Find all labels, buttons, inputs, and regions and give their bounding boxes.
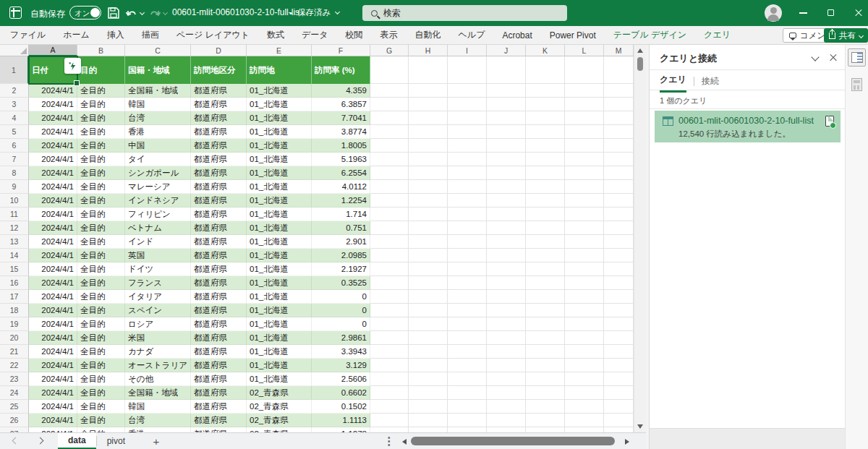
cell[interactable]: 都道府県 [191,345,247,359]
column-header-K[interactable]: K [526,45,565,56]
cell[interactable]: 全目的 [77,180,125,194]
empty-cell[interactable] [409,276,448,290]
redo-dropdown-icon[interactable] [163,10,168,15]
empty-cell[interactable] [604,262,634,276]
saved-status-dropdown-icon[interactable] [335,9,340,14]
cell[interactable]: 2.901 [312,235,370,249]
save-icon[interactable] [106,6,121,20]
ribbon-tab-3[interactable]: 描画 [133,29,168,41]
empty-cell[interactable] [448,125,487,139]
empty-cell[interactable] [487,98,526,111]
empty-cell[interactable] [526,139,565,153]
cell[interactable]: 01_北海道 [247,208,312,221]
empty-cell[interactable] [370,359,409,372]
empty-cell[interactable] [409,249,448,262]
cell[interactable]: 0.3525 [312,276,370,290]
share-button[interactable]: 共有 [824,28,868,43]
row-header-4[interactable]: 4 [0,111,29,125]
cell[interactable]: 全目的 [77,290,125,304]
cell[interactable]: 2024/4/1 [29,208,77,221]
empty-cell[interactable] [370,221,409,235]
prev-sheet-icon[interactable] [12,437,20,445]
cell[interactable]: 全目的 [77,139,125,153]
cell[interactable]: 01_北海道 [247,125,312,139]
cell[interactable]: 3.3943 [312,345,370,359]
pane-collapse-icon[interactable] [811,53,819,61]
cell[interactable]: 01_北海道 [247,221,312,235]
ribbon-tab-4[interactable]: ページ レイアウト [168,29,258,41]
pane-layout-icon[interactable] [848,48,866,67]
empty-cell[interactable] [487,208,526,221]
ribbon-tab-5[interactable]: 数式 [258,29,293,41]
empty-cell[interactable] [565,221,604,235]
cell[interactable]: 1.714 [312,208,370,221]
empty-cell[interactable] [604,125,634,139]
empty-cell[interactable] [370,400,409,414]
cell[interactable]: 全目的 [77,400,125,414]
empty-cell[interactable] [370,290,409,304]
empty-cell[interactable] [409,331,448,345]
cell[interactable]: 訪問地区分 [191,56,247,84]
account-avatar[interactable] [765,4,782,22]
row-header-23[interactable]: 23 [0,372,29,386]
empty-cell[interactable] [604,166,634,180]
empty-cell[interactable] [487,139,526,153]
column-header-L[interactable]: L [565,45,604,56]
empty-cell[interactable] [409,386,448,400]
row-header-24[interactable]: 24 [0,386,29,400]
empty-cell[interactable] [487,290,526,304]
column-header-I[interactable]: I [448,45,487,56]
scrollbar-drag-handle[interactable]: ••• [388,436,391,447]
empty-cell[interactable] [565,180,604,194]
cell[interactable]: 都道府県 [191,153,247,166]
empty-cell[interactable] [370,125,409,139]
empty-cell[interactable] [526,386,565,400]
empty-cell[interactable] [565,414,604,427]
cell[interactable]: 02_青森県 [247,386,312,400]
cell[interactable]: 訪問地 [247,56,312,84]
empty-cell[interactable] [448,262,487,276]
empty-cell[interactable] [565,331,604,345]
empty-cell[interactable] [526,345,565,359]
empty-cell[interactable] [604,276,634,290]
empty-cell[interactable] [487,331,526,345]
empty-cell[interactable] [487,153,526,166]
empty-cell[interactable] [526,427,565,432]
cell[interactable]: 2024/4/1 [29,372,77,386]
empty-cell[interactable] [487,427,526,432]
add-sheet-button[interactable]: + [148,433,164,449]
empty-cell[interactable] [370,180,409,194]
cell[interactable]: 全目的 [77,166,125,180]
empty-cell[interactable] [526,180,565,194]
cell[interactable]: 0.751 [312,221,370,235]
cell[interactable]: 国籍・地域 [125,56,191,84]
query-list-item[interactable]: 00601-mlit-00601030-2-10-full-list 12,54… [655,111,841,142]
empty-cell[interactable] [565,111,604,125]
empty-cell[interactable] [448,208,487,221]
empty-cell[interactable] [487,180,526,194]
empty-cell[interactable] [526,221,565,235]
empty-cell[interactable] [526,125,565,139]
cell[interactable]: 2.9861 [312,331,370,345]
empty-cell[interactable] [604,180,634,194]
cell[interactable]: 01_北海道 [247,166,312,180]
empty-cell[interactable] [565,276,604,290]
minimize-button[interactable] [790,0,817,26]
empty-cell[interactable] [487,386,526,400]
empty-cell[interactable] [448,180,487,194]
undo-dropdown-icon[interactable] [140,10,145,15]
empty-cell[interactable] [448,139,487,153]
cell[interactable]: 全目的 [77,317,125,331]
empty-cell[interactable] [409,111,448,125]
cell[interactable]: 2024/4/1 [29,153,77,166]
empty-cell[interactable] [409,194,448,208]
cell[interactable]: 全目的 [77,194,125,208]
empty-cell[interactable] [370,153,409,166]
cell[interactable]: 全目的 [77,359,125,372]
cell[interactable]: 0 [312,290,370,304]
empty-cell[interactable] [487,125,526,139]
empty-cell[interactable] [526,317,565,331]
empty-cell[interactable] [448,290,487,304]
empty-cell[interactable] [370,139,409,153]
empty-cell[interactable] [487,276,526,290]
